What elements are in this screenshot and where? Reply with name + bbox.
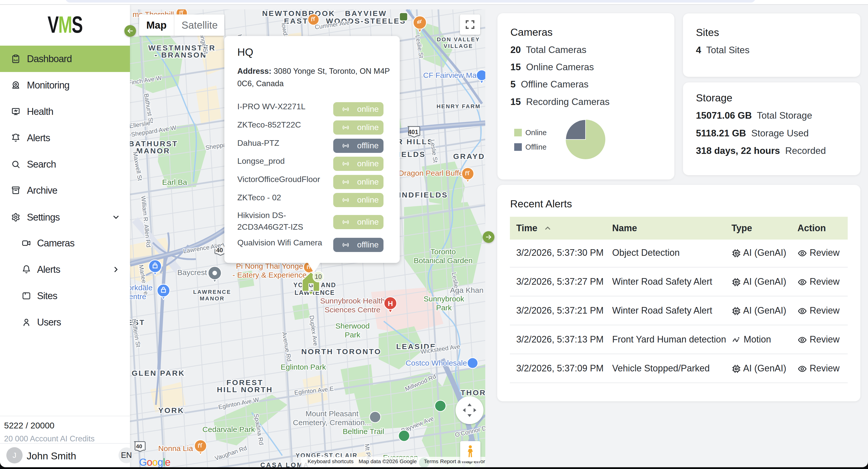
- svg-text:Sunnybrook: Sunnybrook: [424, 295, 464, 303]
- svg-text:Earl Ba: Earl Ba: [162, 178, 187, 186]
- svg-text:VILLAGE: VILLAGE: [444, 43, 473, 49]
- svg-text:- Eatery & Experience: - Eatery & Experience: [232, 271, 307, 279]
- svg-text:Park: Park: [436, 303, 452, 312]
- svg-text:40: 40: [136, 443, 142, 449]
- svg-text:Aga Khan: Aga Khan: [450, 286, 484, 294]
- svg-text:Dragon Pearl Buffet: Dragon Pearl Buffet: [399, 169, 466, 177]
- svg-text:Mount Pleasant: Mount Pleasant: [306, 409, 359, 418]
- svg-text:Sunnybrook Health: Sunnybrook Health: [320, 297, 385, 305]
- svg-text:401: 401: [408, 129, 418, 135]
- svg-text:Baycrest: Baycrest: [177, 268, 207, 276]
- svg-text:NEWTONBROOK: NEWTONBROOK: [262, 9, 335, 18]
- svg-text:Nonna Lia: Nonna Lia: [158, 444, 193, 453]
- svg-text:Pi Nong Thai Yonge: Pi Nong Thai Yonge: [236, 262, 303, 270]
- svg-text:CF Fairview Mall: CF Fairview Mall: [423, 71, 480, 79]
- svg-text:Cedarvale Park: Cedarvale Park: [203, 425, 255, 434]
- svg-text:YORK: YORK: [158, 406, 185, 414]
- svg-text:BAYVIEW: BAYVIEW: [345, 9, 387, 18]
- svg-text:Beltline Trail: Beltline Trail: [343, 427, 384, 436]
- svg-text:Botanical Garden: Botanical Garden: [414, 256, 472, 265]
- svg-text:HILL NORTH: HILL NORTH: [217, 386, 273, 394]
- svg-text:- BRANSON: - BRANSON: [155, 51, 207, 59]
- svg-text:EAST: EAST: [284, 17, 308, 25]
- svg-text:Costco Wholesale: Costco Wholesale: [406, 359, 467, 367]
- svg-text:HENRY FARM: HENRY FARM: [437, 103, 481, 109]
- svg-text:Toronto: Toronto: [430, 247, 456, 256]
- svg-text:DON VALLEY: DON VALLEY: [437, 36, 480, 42]
- svg-text:orkdale: orkdale: [130, 283, 153, 292]
- svg-text:THORNCL: THORNCL: [461, 389, 485, 397]
- svg-text:MANOR: MANOR: [200, 295, 225, 302]
- svg-text:Sherwood: Sherwood: [335, 322, 370, 330]
- svg-text:Park: Park: [345, 331, 361, 339]
- svg-text:GLEN PARK: GLEN PARK: [132, 369, 185, 377]
- svg-text:H: H: [388, 300, 393, 307]
- svg-text:Sciences Centre: Sciences Centre: [324, 305, 380, 314]
- svg-text:Cemetery, Cremation...: Cemetery, Cremation...: [293, 418, 371, 427]
- svg-text:MANOR: MANOR: [136, 146, 170, 155]
- svg-text:GRAYDO: GRAYDO: [453, 152, 485, 161]
- svg-text:LAWRENCE: LAWRENCE: [193, 289, 231, 295]
- svg-text:Eglinton Park: Eglinton Park: [281, 363, 326, 371]
- svg-text:entre: entre: [130, 292, 146, 301]
- svg-text:NORTH TORONTO: NORTH TORONTO: [301, 347, 381, 356]
